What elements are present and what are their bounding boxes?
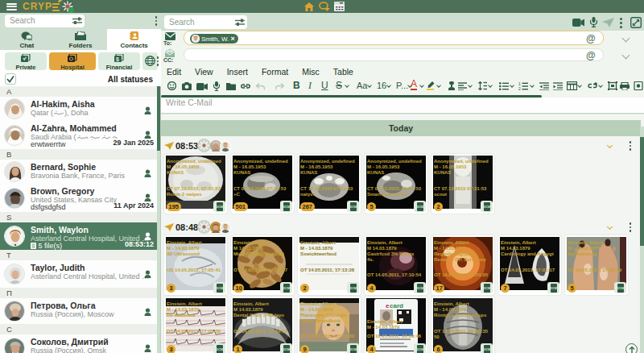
svg-text:$: $ [116,56,119,62]
svg-text:card: card [390,302,403,309]
svg-text:2: 2 [518,86,521,90]
svg-text:1: 1 [518,82,521,86]
